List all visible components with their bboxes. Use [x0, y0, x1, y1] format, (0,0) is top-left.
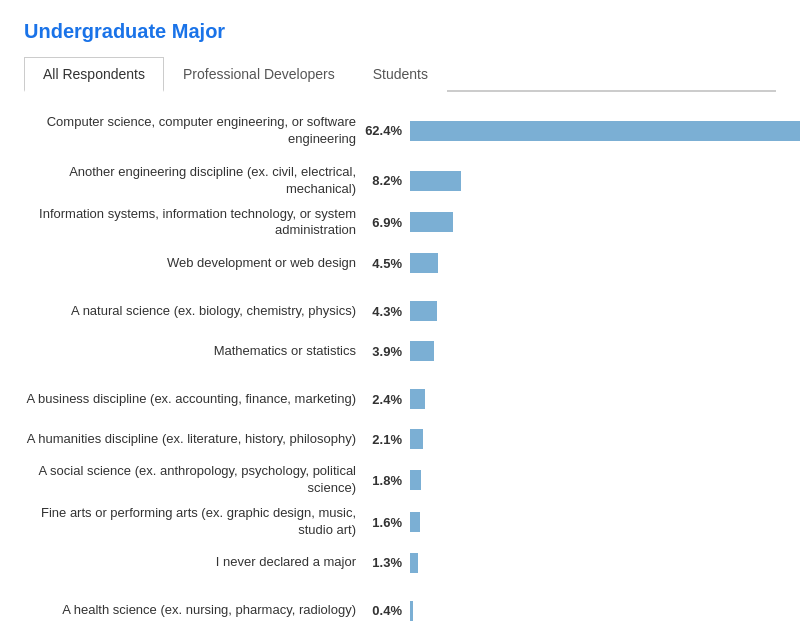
page-title: Undergraduate Major	[24, 20, 776, 43]
chart-row-pct: 8.2%	[364, 173, 410, 188]
chart-row-label: Web development or web design	[24, 255, 364, 272]
chart-spacer	[24, 156, 776, 164]
chart-bar-container	[410, 301, 776, 321]
tab-all-respondents[interactable]: All Respondents	[24, 57, 164, 92]
chart-spacer	[24, 375, 776, 383]
chart-spacer	[24, 587, 776, 595]
chart-bar	[410, 389, 425, 409]
chart-row-label: A natural science (ex. biology, chemistr…	[24, 303, 364, 320]
chart-row: Another engineering discipline (ex. civi…	[24, 164, 776, 198]
chart-bar-container	[410, 429, 776, 449]
chart-bar-container	[410, 341, 776, 361]
chart-row-pct: 3.9%	[364, 344, 410, 359]
chart-bar	[410, 512, 420, 532]
chart-bar-container	[410, 470, 776, 490]
chart-row: A health science (ex. nursing, pharmacy,…	[24, 595, 776, 627]
tabs-container: All Respondents Professional Developers …	[24, 57, 776, 92]
chart-row-label: A humanities discipline (ex. literature,…	[24, 431, 364, 448]
chart-row-label: A social science (ex. anthropology, psyc…	[24, 463, 364, 497]
chart-row-label: A health science (ex. nursing, pharmacy,…	[24, 602, 364, 619]
chart-row-pct: 1.8%	[364, 473, 410, 488]
tab-professional-developers[interactable]: Professional Developers	[164, 57, 354, 92]
chart-row: Web development or web design4.5%	[24, 247, 776, 279]
chart-bar-container	[410, 601, 776, 621]
chart-bar	[410, 553, 418, 573]
chart-bar	[410, 601, 413, 621]
chart-row-pct: 1.6%	[364, 515, 410, 530]
tab-students[interactable]: Students	[354, 57, 447, 92]
chart-row-pct: 2.1%	[364, 432, 410, 447]
chart-bar	[410, 341, 434, 361]
chart-row-pct: 4.5%	[364, 256, 410, 271]
chart-bar-container	[410, 212, 776, 232]
chart-bar-container	[410, 389, 776, 409]
chart-bar-container	[410, 253, 776, 273]
chart-row: Mathematics or statistics3.9%	[24, 335, 776, 367]
chart-bar-container	[410, 171, 776, 191]
chart-row-pct: 4.3%	[364, 304, 410, 319]
chart-row-label: Another engineering discipline (ex. civi…	[24, 164, 364, 198]
chart-row: Fine arts or performing arts (ex. graphi…	[24, 505, 776, 539]
chart-bar-container	[410, 553, 776, 573]
chart-row-pct: 62.4%	[364, 123, 410, 138]
chart-row-label: Computer science, computer engineering, …	[24, 114, 364, 148]
chart-row-pct: 2.4%	[364, 392, 410, 407]
chart-row: Computer science, computer engineering, …	[24, 114, 776, 148]
chart-row-pct: 0.4%	[364, 603, 410, 618]
chart-row-label: Information systems, information technol…	[24, 206, 364, 240]
chart-bar	[410, 212, 453, 232]
chart-row: A business discipline (ex. accounting, f…	[24, 383, 776, 415]
chart-bar	[410, 253, 438, 273]
chart-spacer	[24, 287, 776, 295]
chart-bar	[410, 301, 437, 321]
chart-bar-container	[410, 512, 776, 532]
chart-bar	[410, 121, 800, 141]
chart-row: Information systems, information technol…	[24, 206, 776, 240]
chart-bar	[410, 171, 461, 191]
chart-row: I never declared a major1.3%	[24, 547, 776, 579]
chart-row-label: Mathematics or statistics	[24, 343, 364, 360]
chart-row-pct: 6.9%	[364, 215, 410, 230]
chart-row-pct: 1.3%	[364, 555, 410, 570]
chart-row-label: A business discipline (ex. accounting, f…	[24, 391, 364, 408]
chart-area: Computer science, computer engineering, …	[24, 114, 776, 627]
chart-bar-container	[410, 121, 800, 141]
chart-row: A natural science (ex. biology, chemistr…	[24, 295, 776, 327]
chart-bar	[410, 429, 423, 449]
chart-row: A social science (ex. anthropology, psyc…	[24, 463, 776, 497]
chart-row-label: I never declared a major	[24, 554, 364, 571]
chart-row-label: Fine arts or performing arts (ex. graphi…	[24, 505, 364, 539]
chart-row: A humanities discipline (ex. literature,…	[24, 423, 776, 455]
chart-bar	[410, 470, 421, 490]
